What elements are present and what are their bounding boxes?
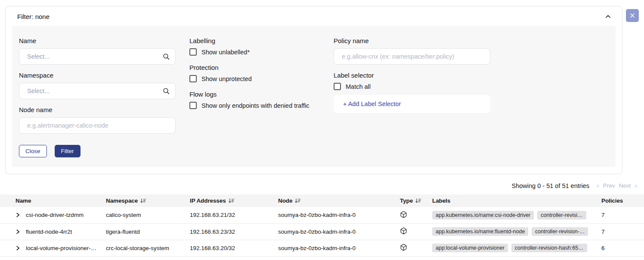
cell-policies: 7 bbox=[601, 223, 644, 240]
endpoint-name: csi-node-driver-tzdmm bbox=[26, 212, 84, 218]
checkbox-icon[interactable] bbox=[189, 102, 197, 109]
filter-col-1: Name Namespace Node name bbox=[19, 37, 189, 157]
cell-namespace: crc-local-storage-system bbox=[106, 240, 190, 256]
node-name-field-label: Node name bbox=[19, 106, 189, 113]
match-all-checkbox[interactable]: Match all bbox=[334, 83, 609, 90]
cell-labels: app:local-volume-provisionercontroller-r… bbox=[432, 240, 601, 256]
pod-icon bbox=[400, 211, 407, 218]
filter-col-2: Labelling Show unlabelled* Protection Sh… bbox=[189, 37, 334, 157]
sort-icon[interactable] bbox=[228, 198, 234, 204]
column-label: Labels bbox=[432, 197, 450, 204]
chevron-left-icon[interactable]: ‹ bbox=[597, 182, 599, 189]
label-chip: app.kubernetes.io/name:fluentd-node bbox=[432, 227, 528, 236]
next-page-button[interactable]: Next bbox=[619, 182, 631, 189]
cell-node: soumya-bz-0zbo-kadm-infra-0 bbox=[278, 240, 400, 256]
checkbox-icon[interactable] bbox=[334, 83, 341, 90]
filter-card: Filter: none Name Namespace bbox=[5, 6, 622, 174]
column-label: Type bbox=[400, 197, 413, 204]
column-header-namespace[interactable]: Namespace bbox=[106, 194, 190, 207]
sort-icon[interactable] bbox=[294, 198, 300, 204]
label-chip: controller-revisi… bbox=[537, 211, 586, 219]
column-header-type[interactable]: Type bbox=[400, 194, 432, 207]
label-chip: app:local-volume-provisioner bbox=[432, 244, 508, 252]
prev-page-button[interactable]: Prev bbox=[603, 182, 615, 189]
column-label: Name bbox=[15, 197, 31, 204]
cell-type bbox=[400, 256, 432, 260]
label-chip: controller-revision-… bbox=[532, 227, 588, 236]
node-name-field bbox=[19, 117, 176, 134]
expand-row-chevron-icon[interactable] bbox=[15, 212, 20, 218]
cell-namespace: tigera-prometheus bbox=[106, 256, 190, 260]
dismiss-panel-button[interactable] bbox=[626, 9, 639, 22]
label-chip: controller-revision-hash:65… bbox=[511, 244, 587, 252]
filter-title: Filter: none bbox=[17, 13, 50, 20]
expand-row-chevron-icon[interactable] bbox=[15, 229, 20, 235]
pod-icon bbox=[400, 227, 407, 235]
name-select bbox=[19, 48, 176, 65]
filter-actions: Close Filter bbox=[19, 145, 189, 157]
cell-ip-addresses: 192.168.63.23/32 bbox=[190, 223, 278, 240]
cell-name: prometheus-calico-node-… bbox=[0, 256, 106, 260]
filter-header: Filter: none bbox=[12, 11, 616, 22]
table-header-row: NameNamespaceIP AddressesNodeTypeLabelsP… bbox=[0, 194, 644, 207]
chevron-right-icon[interactable]: › bbox=[635, 182, 637, 189]
cell-labels: app.kubernetes.io/name:csi-node-driverco… bbox=[432, 207, 601, 223]
cell-ip-addresses: 192.168.63.21/32 bbox=[190, 207, 278, 223]
protection-heading: Protection bbox=[189, 64, 334, 71]
sort-icon[interactable] bbox=[415, 198, 421, 204]
column-header-ip-addresses[interactable]: IP Addresses bbox=[190, 194, 278, 207]
column-header-node[interactable]: Node bbox=[278, 194, 400, 207]
label-chip: app.kubernetes.io/name:csi-node-driver bbox=[432, 211, 534, 219]
search-icon bbox=[162, 87, 170, 95]
cell-type bbox=[400, 207, 432, 223]
cell-ip-addresses: 192.168.63.20/32 bbox=[190, 240, 278, 256]
column-header-policies: Policies bbox=[601, 194, 644, 207]
search-icon bbox=[162, 53, 170, 60]
cell-name: fluentd-node-4rr2t bbox=[0, 223, 106, 240]
column-label: IP Addresses bbox=[190, 197, 226, 204]
chevron-up-icon bbox=[605, 15, 611, 21]
add-label-selector-button[interactable]: + Add Label Selector bbox=[334, 95, 490, 113]
expand-row-chevron-icon[interactable] bbox=[15, 245, 20, 251]
column-label: Namespace bbox=[106, 197, 138, 204]
namespace-select bbox=[19, 83, 176, 99]
cell-ip-addresses: 192.168.63.24/32 bbox=[190, 256, 278, 260]
table-row: prometheus-calico-node-…tigera-prometheu… bbox=[0, 256, 644, 260]
endpoint-name: fluentd-node-4rr2t bbox=[26, 229, 72, 235]
cell-labels: app.kubernetes.io/name:fluentd-nodecontr… bbox=[432, 223, 601, 240]
table-row: local-volume-provisioner-…crc-local-stor… bbox=[0, 240, 644, 256]
flow-logs-heading: Flow logs bbox=[189, 91, 334, 98]
name-field-label: Name bbox=[19, 37, 189, 44]
pod-icon bbox=[400, 244, 407, 251]
close-icon bbox=[629, 13, 635, 20]
pagination-bar: Showing 0 - 51 of 51 entries ‹ Prev Next… bbox=[0, 182, 637, 189]
node-name-input[interactable] bbox=[19, 117, 176, 134]
cell-node: soumya-bz-0zbo-kadm-infra-0 bbox=[278, 223, 400, 240]
policy-name-input[interactable] bbox=[334, 48, 490, 65]
policy-name-field-label: Policy name bbox=[334, 37, 609, 44]
checkbox-icon[interactable] bbox=[189, 75, 197, 82]
close-button[interactable]: Close bbox=[19, 145, 47, 157]
show-unprotected-checkbox[interactable]: Show unprotected bbox=[189, 75, 334, 82]
endpoint-name: local-volume-provisioner-… bbox=[26, 245, 96, 251]
cell-policies: 6 bbox=[601, 240, 644, 256]
cell-node: soumya-bz-0zbo-kadm-infra-0 bbox=[278, 207, 400, 223]
cell-policies: 8 bbox=[601, 256, 644, 260]
column-label: Policies bbox=[601, 197, 623, 204]
label-selector-heading: Label selector bbox=[334, 72, 609, 79]
endpoints-table: NameNamespaceIP AddressesNodeTypeLabelsP… bbox=[0, 194, 644, 260]
namespace-field-label: Namespace bbox=[19, 72, 189, 79]
checkbox-icon[interactable] bbox=[189, 48, 197, 56]
filter-button[interactable]: Filter bbox=[55, 145, 80, 157]
collapse-panel-button[interactable] bbox=[603, 12, 613, 22]
namespace-select-input[interactable] bbox=[19, 83, 176, 99]
denied-traffic-checkbox[interactable]: Show only endpoints with denied traffic bbox=[189, 102, 334, 109]
table-row: fluentd-node-4rr2ttigera-fluentd192.168.… bbox=[0, 223, 644, 240]
sort-icon[interactable] bbox=[140, 198, 146, 204]
cell-name: local-volume-provisioner-… bbox=[0, 240, 106, 256]
cell-type bbox=[400, 223, 432, 240]
cell-namespace: calico-system bbox=[106, 207, 190, 223]
name-select-input[interactable] bbox=[19, 48, 176, 65]
column-label: Node bbox=[278, 197, 292, 204]
show-unlabelled-checkbox[interactable]: Show unlabelled* bbox=[189, 48, 334, 56]
